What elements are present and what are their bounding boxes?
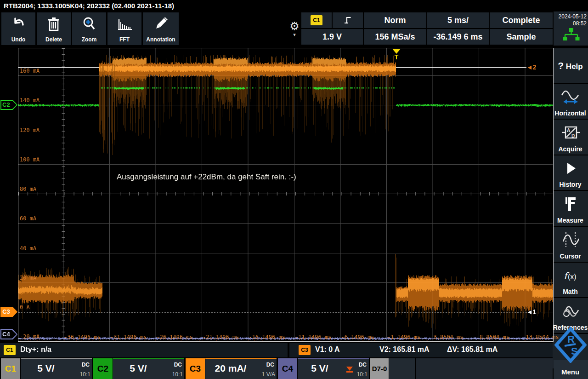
svg-text:D: D (571, 133, 575, 138)
channel-tab-c1: C1 (1, 358, 20, 379)
channel-marker-c3[interactable]: C3 (0, 307, 17, 317)
gear-icon: ⚙ (288, 20, 300, 32)
undo-button[interactable]: Undo (1, 12, 35, 45)
sidebar-item-label: Horizontal (553, 109, 588, 117)
cursor1-marker[interactable]: ◄1 (526, 308, 537, 316)
sidebar-item-label: Cursor (553, 253, 588, 260)
annotation-button[interactable]: Annotation (143, 12, 179, 45)
sidebar-item-measure[interactable]: Measure (553, 191, 588, 226)
channel-tab-c2: C2 (93, 358, 113, 379)
sidebar-item-label: Math (553, 288, 588, 295)
sample-rate-cell: 156 MSa/s (364, 29, 426, 45)
svg-text:(x): (x) (568, 273, 577, 281)
x-axis-label: -21.1496 ms (203, 334, 239, 340)
rising-edge-icon (344, 16, 352, 25)
svg-text:R: R (567, 333, 575, 345)
cursor2-marker[interactable]: ◄2 (526, 63, 537, 71)
sidebar-item-label: Acquire (553, 145, 588, 153)
timebase-cell[interactable]: 5 ms/ (427, 12, 489, 28)
delete-icon (37, 16, 71, 34)
annotation-text[interactable]: Ausgangsleistung auf +22dBm, da geht Saf… (117, 172, 296, 182)
channel-block-c1[interactable]: C1 5 V/ DC 10:1 (1, 358, 92, 379)
sidebar-item-history[interactable]: History (553, 155, 588, 190)
measure-icon (553, 195, 588, 213)
channel-block-c2[interactable]: C2 5 V/ DC 10:1 (93, 358, 184, 379)
sidebar-item-label: Help (566, 62, 583, 71)
sidebar-item-label: Measure (553, 217, 588, 224)
waveform-canvas (18, 48, 553, 341)
channel-block-d7-0[interactable]: D7-0 (370, 358, 415, 379)
cursor-delta-v-value: ΔV: 165.81 mA (447, 345, 498, 354)
fft-button[interactable]: FFT (107, 12, 141, 45)
y-axis-label: 140 mA (20, 97, 40, 103)
rs-logo-icon[interactable]: R S (554, 327, 587, 371)
y-axis-label: 20 mA (20, 275, 36, 281)
references-icon (553, 302, 588, 320)
title-bar: RTB2004; 1333.1005K04; 202332 (02.400 20… (0, 0, 588, 11)
channel-block-c3[interactable]: C3 20 mA/ DC 1 V/A (186, 358, 277, 379)
cursor-v1-value: V1: 0 A (315, 345, 340, 354)
channel-marker-c2[interactable]: C2 (0, 100, 17, 110)
x-axis-label: -26.1496 ms (157, 334, 193, 340)
history-icon (553, 159, 588, 178)
fft-icon (107, 16, 141, 34)
channel-marker-c4[interactable]: C4 (0, 329, 17, 339)
settings-gear-button[interactable]: ⚙ ▾ (288, 20, 300, 43)
y-axis-label: -20 mA (20, 333, 40, 340)
sidebar-item-acquire[interactable]: ADAcquire (553, 120, 588, 155)
time-label: 08:52 (554, 20, 588, 27)
sidebar-item-label: History (553, 181, 588, 188)
datetime-panel: 2024-05-12 08:52 (554, 11, 588, 46)
horizontal-icon (553, 88, 588, 106)
x-axis-label: -16.1496 ms (249, 334, 285, 340)
y-axis-label: 60 mA (20, 215, 36, 222)
help-icon: ? (558, 60, 564, 71)
sidebar-item-help[interactable]: ? Help (553, 48, 588, 83)
trigger-position-marker[interactable]: T (392, 49, 401, 61)
sidebar-item-math[interactable]: f(x)Math (553, 263, 588, 298)
delete-button[interactable]: Delete (37, 12, 71, 45)
x-axis-label: -1.1496 ms (387, 334, 420, 340)
channel-tab-d7-0: D7-0 (370, 358, 389, 379)
sidebar-item-horizontal[interactable]: Horizontal (553, 84, 588, 119)
x-axis-label: -6.1496 ms (341, 334, 374, 340)
chevron-down-icon: ▾ (288, 32, 300, 37)
y-axis-label: 160 mA (20, 68, 40, 74)
channel-block-c4[interactable]: C4 5 V/ DC 10:1 (278, 358, 369, 379)
measurement-badge-c1: C1 (4, 345, 16, 355)
x-axis-label: 3.8504 ms (434, 334, 464, 340)
x-axis-label: -31.1496 ms (110, 334, 147, 340)
menu-label[interactable]: Menu (553, 368, 588, 376)
channel-tab-c4: C4 (278, 358, 297, 379)
trigger-slope-cell[interactable] (333, 12, 363, 28)
oscilloscope-screen: { "title_bar": { "text": "RTB2004; 1333.… (0, 0, 588, 379)
waveform-display: 160 mA140 mA120 mA100 mA80 mA60 mA40 mA2… (18, 48, 554, 342)
trigger-mode-cell[interactable]: Norm (364, 12, 426, 28)
x-axis-label: 13.8504 ms (526, 334, 559, 340)
zoom-button[interactable]: Zoom (72, 12, 106, 45)
svg-text:S: S (571, 345, 578, 357)
y-axis-label: 80 mA (20, 186, 36, 192)
measurement-badge-c3: C3 (299, 345, 311, 355)
acquisition-status-cell: Complete (490, 12, 553, 28)
sidebar-item-cursor[interactable]: Cursor (553, 227, 588, 262)
date-label: 2024-05-12 (554, 11, 588, 20)
overload-warning-icon (346, 367, 353, 373)
measurement-bar-right: C3 V1: 0 A V2: 165.81 mA ΔV: 165.81 mA (289, 343, 553, 357)
undo-icon (1, 16, 35, 34)
acquire-icon: AD (553, 123, 588, 142)
math-icon: f(x) (553, 266, 588, 285)
measurement-bar-left: C1 Dty+: n/a (0, 343, 288, 357)
y-axis-label: 120 mA (20, 127, 40, 133)
y-axis-label: 100 mA (20, 156, 40, 163)
x-axis-label: -11.1496 ms (295, 334, 331, 340)
x-axis-label: -36.1496 ms (64, 334, 101, 340)
trigger-level-cell[interactable]: 1.9 V (301, 29, 363, 45)
horizontal-position-cell[interactable]: -36.149 6 ms (427, 29, 489, 45)
y-axis-label: 40 mA (20, 245, 36, 252)
lan-icon (561, 28, 581, 41)
acquisition-mode-cell[interactable]: Sample (490, 29, 553, 45)
zoom-icon (72, 16, 106, 34)
channel-tab-c3: C3 (186, 358, 205, 379)
y-axis-label: 0 A (20, 304, 30, 310)
